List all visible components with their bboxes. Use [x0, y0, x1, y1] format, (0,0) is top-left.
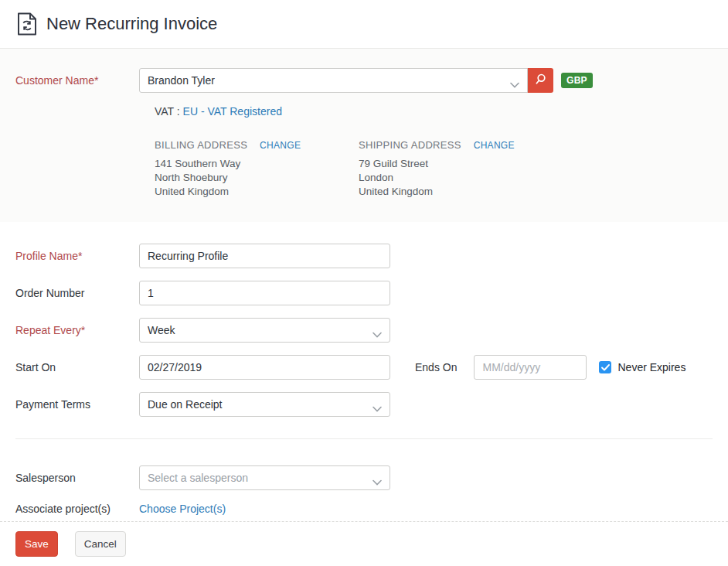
shipping-address-line: London	[359, 171, 563, 185]
shipping-address-heading: SHIPPING ADDRESS	[359, 139, 461, 151]
repeat-every-label: Repeat Every*	[0, 324, 139, 336]
never-expires-checkbox-group[interactable]: Never Expires	[599, 361, 685, 373]
footer-action-bar: Save Cancel	[0, 521, 728, 566]
customer-select-value: Brandon Tyler	[148, 74, 215, 87]
vat-prefix: VAT :	[155, 105, 180, 118]
billing-address-change-link[interactable]: CHANGE	[260, 140, 301, 151]
shipping-address-line: United Kingdom	[359, 185, 563, 199]
customer-name-row: Customer Name* Brandon Tyler GBP	[0, 68, 728, 93]
never-expires-label: Never Expires	[617, 361, 685, 373]
choose-projects-link[interactable]: Choose Project(s)	[139, 503, 226, 515]
check-icon	[601, 360, 610, 374]
customer-controls: Brandon Tyler GBP	[139, 68, 593, 93]
profile-name-row: Profile Name*	[0, 244, 728, 268]
billing-address-block: BILLING ADDRESS CHANGE 141 Southern Way …	[155, 139, 359, 199]
salesperson-placeholder: Select a salesperson	[148, 472, 248, 484]
secondary-form-section: Salesperson Select a salesperson Associa…	[0, 439, 728, 515]
associate-projects-label: Associate project(s)	[0, 503, 139, 515]
shipping-address-change-link[interactable]: CHANGE	[474, 140, 515, 151]
customer-select[interactable]: Brandon Tyler	[139, 68, 528, 93]
billing-address-line: 141 Southern Way	[155, 157, 359, 171]
chevron-down-icon	[510, 78, 519, 90]
billing-address-line: United Kingdom	[155, 185, 359, 199]
customer-search-button[interactable]	[527, 68, 553, 93]
ends-on-label: Ends On	[415, 361, 457, 373]
search-icon	[534, 73, 547, 88]
cancel-button[interactable]: Cancel	[75, 531, 126, 557]
associate-projects-row: Associate project(s) Choose Project(s)	[0, 503, 728, 515]
vat-line: VAT : EU - VAT Registered	[155, 105, 728, 118]
start-on-input[interactable]	[139, 355, 390, 380]
profile-name-label: Profile Name*	[0, 250, 139, 262]
start-on-row: Start On Ends On Never Expires	[0, 355, 728, 380]
salesperson-label: Salesperson	[0, 472, 139, 484]
recurring-invoice-form: Profile Name* Order Number Repeat Every*…	[0, 222, 728, 515]
order-number-input[interactable]	[139, 281, 390, 305]
shipping-address-line: 79 Guild Street	[359, 157, 563, 171]
billing-address-line: North Shoebury	[155, 171, 359, 185]
chevron-down-icon	[373, 328, 382, 340]
repeat-every-value: Week	[148, 324, 175, 336]
repeat-every-row: Repeat Every* Week	[0, 318, 728, 343]
page-header: New Recurring Invoice	[0, 0, 728, 49]
order-number-label: Order Number	[0, 287, 139, 299]
chevron-down-icon	[373, 402, 382, 414]
profile-name-input[interactable]	[139, 244, 390, 268]
never-expires-checkbox[interactable]	[599, 361, 611, 373]
page-title: New Recurring Invoice	[46, 14, 217, 34]
repeat-every-select[interactable]: Week	[139, 318, 390, 343]
billing-address-heading: BILLING ADDRESS	[155, 139, 247, 151]
payment-terms-select[interactable]: Due on Receipt	[139, 392, 390, 417]
ends-on-input[interactable]	[474, 355, 587, 380]
shipping-address-block: SHIPPING ADDRESS CHANGE 79 Guild Street …	[359, 139, 563, 199]
currency-badge: GBP	[561, 73, 593, 88]
vat-treatment-link[interactable]: EU - VAT Registered	[183, 105, 282, 118]
customer-name-label: Customer Name*	[0, 74, 139, 87]
payment-terms-row: Payment Terms Due on Receipt	[0, 392, 728, 417]
customer-section: Customer Name* Brandon Tyler GBP VAT :	[0, 49, 728, 222]
recurring-invoice-icon	[17, 12, 37, 36]
addresses: BILLING ADDRESS CHANGE 141 Southern Way …	[155, 139, 728, 199]
chevron-down-icon	[373, 476, 382, 488]
order-number-row: Order Number	[0, 281, 728, 305]
save-button[interactable]: Save	[15, 531, 58, 557]
salesperson-select[interactable]: Select a salesperson	[139, 465, 390, 490]
payment-terms-value: Due on Receipt	[148, 398, 223, 411]
start-on-label: Start On	[0, 361, 139, 373]
salesperson-row: Salesperson Select a salesperson	[0, 465, 728, 490]
payment-terms-label: Payment Terms	[0, 398, 139, 411]
